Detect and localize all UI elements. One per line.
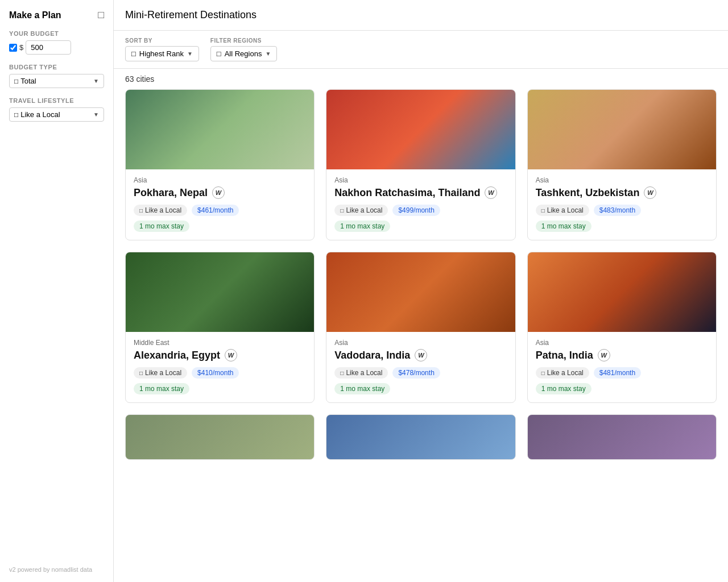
results-count: 63 cities [114, 69, 728, 89]
card-region: Asia [134, 176, 306, 184]
lifestyle-section: TRAVEL LIFESTYLE □ Like a Local Backpack… [9, 97, 104, 122]
sort-by-value: Highest Rank [139, 49, 184, 58]
partial-card[interactable] [125, 414, 315, 460]
main-title: Mini-Retirement Destinations [114, 0, 728, 31]
price-tag: $410/month [192, 367, 239, 379]
cards-grid: AsiaPokhara, NepalW□ Like a Local$461/mo… [114, 89, 728, 414]
partial-card[interactable] [326, 414, 515, 460]
budget-currency: $ [19, 43, 23, 52]
filter-regions-icon: □ [217, 49, 221, 58]
card-region: Asia [334, 339, 507, 347]
card-title: Vadodara, India [334, 350, 410, 361]
price-tag: $499/month [392, 205, 440, 216]
wiki-button[interactable]: W [212, 186, 225, 199]
card-region: Asia [536, 339, 708, 347]
card-image [326, 252, 515, 332]
budget-label: YOUR BUDGET [9, 30, 104, 37]
price-tag: $481/month [594, 367, 641, 379]
sidebar-title-row: Make a Plan □ [9, 9, 104, 21]
filter-regions-label: FILTER REGIONS [210, 38, 278, 44]
budget-type-section: BUDGET TYPE □ Total Per Person Per Coupl… [9, 64, 104, 88]
price-tag: $478/month [392, 367, 440, 379]
budget-checkbox[interactable] [9, 44, 17, 52]
card-image [126, 90, 314, 169]
sort-by-label: SORT BY [125, 38, 199, 44]
lifestyle-label: TRAVEL LIFESTYLE [9, 97, 104, 104]
stay-tag: 1 mo max stay [334, 383, 390, 394]
stay-tag: 1 mo max stay [334, 221, 390, 232]
main-content: Mini-Retirement Destinations SORT BY □ H… [114, 0, 728, 582]
partial-cards-row [114, 414, 728, 471]
sort-by-icon: □ [131, 49, 136, 58]
budget-type-label: BUDGET TYPE [9, 64, 104, 70]
card-image [528, 90, 716, 169]
card-image [326, 90, 515, 169]
lifestyle-tag: □ Like a Local [536, 205, 589, 216]
stay-tag: 1 mo max stay [536, 221, 592, 232]
card-item[interactable]: AsiaVadodara, IndiaW□ Like a Local$478/m… [326, 252, 515, 403]
controls-bar: SORT BY □ Highest Rank ▼ FILTER REGIONS … [114, 31, 728, 69]
price-tag: $461/month [192, 205, 239, 216]
stay-tag: 1 mo max stay [536, 383, 592, 394]
card-title: Alexandria, Egypt [134, 350, 220, 361]
card-region: Asia [536, 176, 708, 184]
card-item[interactable]: AsiaPatna, IndiaW□ Like a Local$481/mont… [527, 252, 717, 403]
lifestyle-tag: □ Like a Local [334, 367, 388, 379]
sort-by-dropdown[interactable]: □ Highest Rank ▼ [125, 46, 199, 61]
filter-regions-value: All Regions [225, 49, 262, 58]
card-image [126, 252, 314, 332]
filter-regions-dropdown[interactable]: □ All Regions ▼ [210, 46, 278, 61]
card-title: Tashkent, Uzbekistan [536, 187, 640, 199]
sidebar-title: Make a Plan [9, 10, 61, 20]
card-image [528, 252, 716, 332]
budget-input[interactable] [26, 40, 71, 55]
budget-type-icon: □ [14, 77, 18, 85]
wiki-button[interactable]: W [415, 349, 427, 361]
card-title: Nakhon Ratchasima, Thailand [334, 187, 480, 199]
partial-card[interactable] [527, 414, 717, 460]
lifestyle-select[interactable]: Like a Local Backpacker Digital Nomad Lu… [20, 110, 99, 119]
card-item[interactable]: AsiaTashkent, UzbekistanW□ Like a Local$… [527, 89, 717, 240]
card-region: Middle East [134, 339, 306, 347]
card-item[interactable]: AsiaNakhon Ratchasima, ThailandW□ Like a… [326, 89, 515, 240]
card-item[interactable]: AsiaPokhara, NepalW□ Like a Local$461/mo… [125, 89, 315, 240]
card-title: Pokhara, Nepal [134, 187, 208, 199]
lifestyle-tag: □ Like a Local [334, 205, 388, 216]
price-tag: $483/month [594, 205, 641, 216]
sidebar: Make a Plan □ YOUR BUDGET $ BUDGET TYPE … [0, 0, 114, 582]
sort-by-chevron-icon: ▼ [187, 51, 193, 57]
card-item[interactable]: Middle EastAlexandria, EgyptW□ Like a Lo… [125, 252, 315, 403]
card-title: Patna, India [536, 350, 593, 361]
lifestyle-tag: □ Like a Local [134, 367, 187, 379]
sidebar-footer: v2 powered by nomadlist data [9, 566, 104, 573]
stay-tag: 1 mo max stay [134, 221, 189, 232]
budget-row: $ [9, 40, 104, 55]
budget-type-select[interactable]: Total Per Person Per Couple [20, 77, 99, 85]
sort-by-group: SORT BY □ Highest Rank ▼ [125, 38, 199, 61]
lifestyle-tag: □ Like a Local [134, 205, 187, 216]
budget-type-select-wrapper[interactable]: □ Total Per Person Per Couple ▼ [9, 74, 104, 88]
filter-regions-chevron-icon: ▼ [265, 51, 271, 57]
lifestyle-select-wrapper[interactable]: □ Like a Local Backpacker Digital Nomad … [9, 107, 104, 122]
filter-regions-group: FILTER REGIONS □ All Regions ▼ [210, 38, 278, 61]
wiki-button[interactable]: W [485, 186, 497, 199]
card-region: Asia [334, 176, 507, 184]
wiki-button[interactable]: W [598, 349, 610, 361]
sidebar-toggle-icon[interactable]: □ [98, 9, 104, 21]
lifestyle-icon: □ [14, 111, 18, 119]
budget-section: YOUR BUDGET $ [9, 30, 104, 55]
stay-tag: 1 mo max stay [134, 383, 189, 394]
wiki-button[interactable]: W [225, 349, 237, 361]
lifestyle-tag: □ Like a Local [536, 367, 589, 379]
wiki-button[interactable]: W [644, 186, 656, 199]
